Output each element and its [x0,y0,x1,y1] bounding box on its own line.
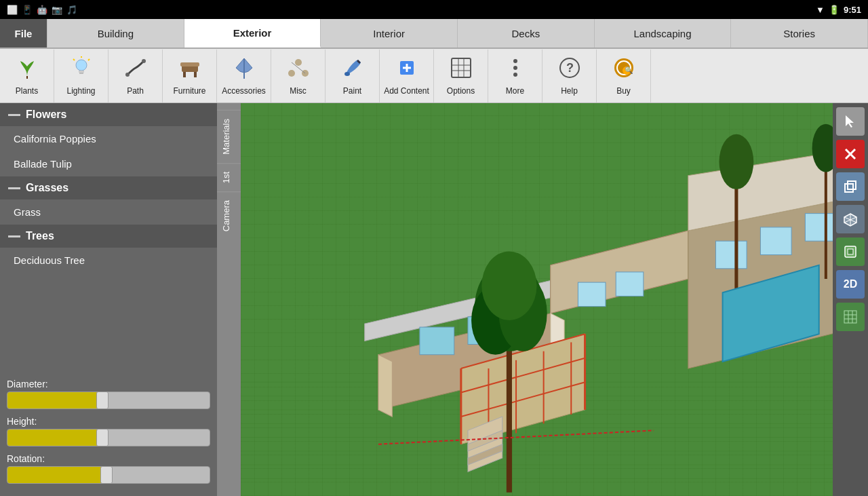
tool-paint[interactable]: Paint [326,50,380,102]
tool-plants[interactable]: Plants [0,50,54,102]
house-3d-rendering [241,103,833,496]
tool-add-content-label: Add Content [384,86,429,96]
svg-rect-57 [715,241,747,269]
svg-rect-95 [844,311,856,323]
tool-path[interactable]: Path [108,50,163,102]
tab-landscaping[interactable]: Landscaping [595,19,732,47]
svg-marker-84 [846,115,854,128]
tool-plants-label: Plants [16,86,38,96]
items-list: Flowers California Poppies Ballade Tulip… [0,103,217,373]
svg-rect-53 [420,327,454,355]
tool-options[interactable]: Options [434,50,488,102]
tool-add-content[interactable]: Add Content [380,50,434,102]
tab-decks[interactable]: Decks [458,19,595,47]
item-deciduous-tree[interactable]: Deciduous Tree [0,248,217,273]
rotation-thumb[interactable] [100,466,113,484]
category-flowers-label: Flowers [26,109,66,121]
main-area: Flowers California Poppies Ballade Tulip… [0,103,868,496]
grid-button[interactable] [836,303,865,331]
tool-accessories-label: Accessories [222,86,266,96]
vtab-camera[interactable]: Camera [217,191,241,240]
svg-marker-45 [378,355,392,417]
add-content-icon [395,56,419,83]
delete-button[interactable] [836,140,865,168]
cursor-button[interactable] [836,107,865,136]
tablet-icon: ⬜ [7,5,18,15]
category-trees[interactable]: Trees [0,225,217,248]
svg-rect-2 [79,71,84,73]
wifi-icon: ▼ [816,5,825,15]
tab-file[interactable]: File [0,19,47,47]
height-track[interactable] [7,429,210,446]
help-icon: ? [557,56,582,83]
svg-rect-88 [848,181,856,189]
svg-rect-22 [452,58,471,77]
tool-furniture-label: Furniture [173,86,205,96]
category-flowers[interactable]: Flowers [0,103,217,126]
tool-buy[interactable]: 🔍 Buy [597,50,651,102]
tool-help[interactable]: ? Help [542,50,597,102]
trees-collapse-icon [8,235,20,237]
height-label: Height: [7,416,210,427]
tool-more[interactable]: More [488,50,542,102]
svg-rect-55 [578,282,606,307]
diameter-label: Diameter: [7,379,210,389]
tool-options-label: Options [447,86,475,96]
item-california-poppies[interactable]: California Poppies [0,126,217,151]
svg-point-1 [76,60,87,71]
vtab-1st[interactable]: 1st [217,163,241,191]
diameter-track[interactable] [7,392,210,409]
rotation-track[interactable] [7,466,210,484]
nav-tabs: File Building Exterior Interior Decks La… [0,19,868,49]
tool-accessories[interactable]: Accessories [217,50,271,102]
diameter-thumb[interactable] [96,392,108,409]
item-ballade-tulip[interactable]: Ballade Tulip [0,151,217,176]
svg-rect-10 [183,72,186,77]
material-button[interactable] [836,237,865,266]
tab-building[interactable]: Building [47,19,184,47]
tool-buy-label: Buy [616,86,631,96]
tool-furniture[interactable]: Furniture [163,50,217,102]
category-grasses-label: Grasses [26,182,68,194]
time-display: 9:51 [844,5,861,15]
toolbar: Plants Lighting Path [0,49,868,103]
svg-point-18 [344,72,350,76]
svg-point-77 [481,251,536,320]
svg-point-27 [513,59,517,63]
canvas-3d-view[interactable] [241,103,833,496]
svg-rect-87 [845,184,853,192]
tool-misc[interactable]: Misc [271,50,326,102]
tab-stories[interactable]: Stories [731,19,868,47]
sliders-area: Diameter: Height: Rotation: [0,373,217,496]
battery-icon: 🔋 [829,5,840,15]
3d-object-button[interactable] [836,205,865,233]
buy-icon: 🔍 [612,56,636,83]
svg-rect-56 [616,272,644,297]
tab-exterior[interactable]: Exterior [184,19,321,47]
svg-point-29 [513,73,517,77]
tool-lighting[interactable]: Lighting [54,50,108,102]
height-thumb[interactable] [96,429,108,446]
camera-icon: 📷 [52,5,62,15]
options-icon [449,56,473,83]
vtab-materials[interactable]: Materials [217,110,241,163]
item-grass[interactable]: Grass [0,199,217,225]
status-bar: ⬜ 📱 🤖 📷 🎵 ▼ 🔋 9:51 [0,0,868,19]
category-grasses[interactable]: Grasses [0,176,217,199]
svg-point-79 [719,134,754,189]
tool-path-label: Path [127,86,144,96]
more-icon [503,56,528,83]
paint-icon [340,56,365,83]
svg-rect-11 [194,72,197,77]
plants-icon [15,56,39,83]
svg-rect-12 [180,62,199,66]
android-icon: 🤖 [37,5,47,15]
svg-point-28 [513,66,517,70]
status-left-icons: ⬜ 📱 🤖 📷 🎵 [7,5,77,15]
tab-interior[interactable]: Interior [321,19,458,47]
rotation-slider-row: Rotation: [7,453,210,484]
copy-button[interactable] [836,172,865,201]
2d-view-button[interactable]: 2D [836,270,865,299]
svg-point-14 [295,59,302,66]
diameter-slider-row: Diameter: [7,379,210,409]
